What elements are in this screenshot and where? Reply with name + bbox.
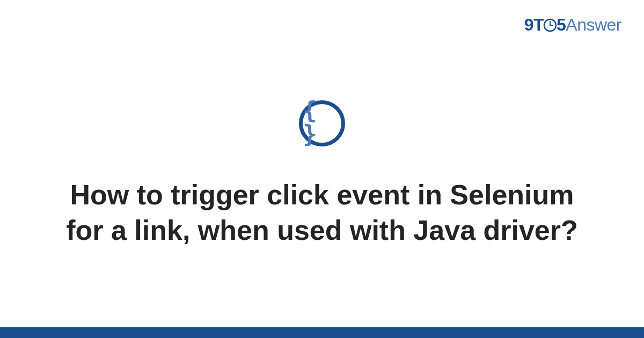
main-content: { } How to trigger click event in Seleni… xyxy=(0,0,644,327)
category-badge: { } xyxy=(299,100,345,146)
braces-icon: { } xyxy=(303,99,341,146)
footer-bar xyxy=(0,327,644,338)
question-title: How to trigger click event in Selenium f… xyxy=(54,178,590,248)
